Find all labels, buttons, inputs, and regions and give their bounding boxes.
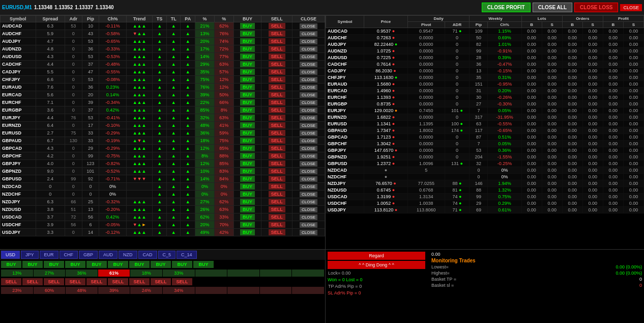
- sell-button[interactable]: SELL: [269, 38, 285, 44]
- close-row-button[interactable]: CLOSE: [300, 39, 317, 44]
- buy-btn-cell[interactable]: BUY: [233, 99, 261, 106]
- currency-tab-c_5[interactable]: C_5: [158, 251, 176, 259]
- sell-button[interactable]: SELL: [269, 168, 285, 174]
- currency-tab-eur[interactable]: EUR: [40, 251, 58, 259]
- buy-btn-cell[interactable]: BUY: [233, 221, 261, 229]
- close-row-button[interactable]: CLOSE: [300, 115, 317, 121]
- sell-btn-cell[interactable]: SELL: [261, 168, 292, 175]
- buy-button[interactable]: BUY: [240, 122, 255, 128]
- close-btn-cell[interactable]: CLOSE: [292, 53, 325, 61]
- buy-button[interactable]: BUY: [240, 76, 255, 83]
- sell-btn-cell[interactable]: SELL: [261, 61, 292, 68]
- buy-button[interactable]: BUY: [240, 38, 255, 44]
- close-btn-cell[interactable]: CLOSE: [292, 122, 325, 129]
- sell-btn-cell[interactable]: SELL: [261, 175, 292, 183]
- buy-button[interactable]: BUY: [240, 31, 255, 37]
- buy-button[interactable]: BUY: [240, 84, 255, 90]
- close-btn-cell[interactable]: CLOSE: [292, 160, 325, 168]
- sell-btn-cell[interactable]: SELL: [261, 198, 292, 206]
- sell-btn-cell[interactable]: SELL: [261, 152, 292, 160]
- sell-button[interactable]: SELL: [269, 122, 285, 128]
- sell-btn-cell[interactable]: SELL: [261, 45, 292, 53]
- close-btn-cell[interactable]: CLOSE: [292, 198, 325, 206]
- buy-button[interactable]: BUY: [240, 222, 255, 228]
- buy-button[interactable]: BUY: [240, 138, 255, 144]
- close-btn-cell[interactable]: CLOSE: [292, 84, 325, 91]
- currency-tab-c_14[interactable]: C_14: [177, 251, 197, 259]
- buy-btn-cell[interactable]: BUY: [233, 45, 261, 53]
- sell-btn-cell[interactable]: SELL: [261, 221, 292, 229]
- close-row-button[interactable]: CLOSE: [300, 31, 317, 37]
- sell-button[interactable]: SELL: [269, 145, 285, 151]
- close-btn-cell[interactable]: CLOSE: [292, 61, 325, 68]
- buy-btn-cell[interactable]: BUY: [233, 61, 261, 68]
- buy-btn-cell[interactable]: BUY: [233, 122, 261, 129]
- buy-button[interactable]: BUY: [240, 130, 255, 136]
- close-btn-cell[interactable]: CLOSE: [292, 129, 325, 137]
- sell-btn-cell[interactable]: SELL: [261, 137, 292, 145]
- buy-button[interactable]: BUY: [240, 160, 255, 167]
- close-btn-cell[interactable]: CLOSE: [292, 22, 325, 30]
- close-btn-cell[interactable]: CLOSE: [292, 175, 325, 183]
- close-all-button[interactable]: CLOSE ALL: [533, 3, 572, 12]
- close-row-button[interactable]: CLOSE: [300, 107, 317, 113]
- buy-button[interactable]: BUY: [240, 183, 255, 190]
- close-btn-cell[interactable]: CLOSE: [292, 137, 325, 145]
- sell-btn-cell[interactable]: SELL: [261, 91, 292, 99]
- close-row-button[interactable]: CLOSE: [300, 169, 317, 174]
- sell-btn-cell[interactable]: SELL: [261, 145, 292, 152]
- buy-button[interactable]: BUY: [240, 206, 255, 212]
- close-row-button[interactable]: CLOSE: [300, 192, 317, 197]
- currency-tab-cad[interactable]: CAD: [138, 251, 157, 259]
- close-row-button[interactable]: CLOSE: [300, 77, 317, 83]
- sell-button[interactable]: SELL: [269, 61, 285, 67]
- buy-btn-cell[interactable]: BUY: [233, 68, 261, 76]
- close-row-button[interactable]: CLOSE: [300, 123, 317, 128]
- close-row-button[interactable]: CLOSE: [300, 62, 317, 67]
- close-btn-cell[interactable]: CLOSE: [292, 145, 325, 152]
- buy-btn-cell[interactable]: BUY: [233, 229, 261, 236]
- buy-button[interactable]: BUY: [240, 168, 255, 174]
- buy-btn-cell[interactable]: BUY: [233, 30, 261, 38]
- close-row-button[interactable]: CLOSE: [300, 46, 317, 52]
- buy-btn-cell[interactable]: BUY: [233, 213, 261, 221]
- currency-tab-jpy[interactable]: JPY: [21, 251, 39, 259]
- buy-button[interactable]: BUY: [240, 107, 255, 113]
- buy-btn-cell[interactable]: BUY: [233, 22, 261, 30]
- sell-button[interactable]: SELL: [269, 31, 285, 37]
- sell-button[interactable]: SELL: [269, 183, 285, 190]
- buy-btn-cell[interactable]: BUY: [233, 106, 261, 114]
- buy-btn-cell[interactable]: BUY: [233, 206, 261, 213]
- buy-button[interactable]: BUY: [240, 229, 255, 235]
- currency-tab-aud[interactable]: AUD: [99, 251, 118, 259]
- buy-btn-cell[interactable]: BUY: [233, 76, 261, 84]
- close-btn-cell[interactable]: CLOSE: [292, 38, 325, 45]
- close-row-button[interactable]: CLOSE: [300, 146, 317, 151]
- close-row-button[interactable]: CLOSE: [300, 230, 317, 235]
- close-row-button[interactable]: CLOSE: [300, 176, 317, 182]
- buy-btn-cell[interactable]: BUY: [233, 38, 261, 45]
- sell-button[interactable]: SELL: [269, 199, 285, 205]
- close-row-button[interactable]: CLOSE: [300, 199, 317, 205]
- sell-button[interactable]: SELL: [269, 23, 285, 29]
- buy-btn-cell[interactable]: BUY: [233, 129, 261, 137]
- sell-button[interactable]: SELL: [269, 206, 285, 212]
- buy-button[interactable]: BUY: [240, 92, 255, 98]
- buy-button[interactable]: BUY: [240, 199, 255, 205]
- close-loss-button[interactable]: CLOSE LOSS: [574, 3, 618, 12]
- buy-btn-cell[interactable]: BUY: [233, 198, 261, 206]
- close-btn-cell[interactable]: CLOSE: [292, 168, 325, 175]
- buy-button[interactable]: BUY: [240, 214, 255, 220]
- buy-btn-cell[interactable]: BUY: [233, 152, 261, 160]
- close-row-button[interactable]: CLOSE: [300, 138, 317, 144]
- sell-button[interactable]: SELL: [269, 160, 285, 167]
- close-row-button[interactable]: CLOSE: [300, 92, 317, 98]
- close-row-button[interactable]: CLOSE: [300, 207, 317, 212]
- close-btn-cell[interactable]: CLOSE: [292, 106, 325, 114]
- currency-tab-nzd[interactable]: NZD: [119, 251, 137, 259]
- sell-btn-cell[interactable]: SELL: [261, 76, 292, 84]
- buy-btn-cell[interactable]: BUY: [233, 145, 261, 152]
- currency-tab-gbp[interactable]: GBP: [79, 251, 98, 259]
- close-row-button[interactable]: CLOSE: [300, 130, 317, 136]
- sell-btn-cell[interactable]: SELL: [261, 206, 292, 213]
